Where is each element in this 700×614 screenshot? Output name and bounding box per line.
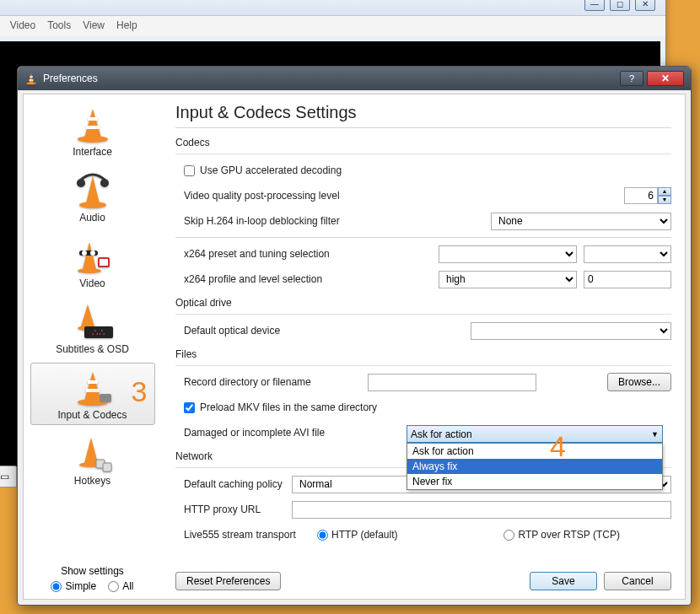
live555-http-radio[interactable]: HTTP (default) — [317, 529, 397, 541]
divider — [175, 127, 671, 128]
preload-mkv-checkbox[interactable]: Preload MKV files in the same directory — [175, 396, 671, 418]
skip-h264-label: Skip H.264 in-loop deblocking filter — [175, 215, 412, 227]
background-menubar: o Video Tools View Help — [0, 16, 665, 36]
sidebar-item-input-codecs[interactable]: Input & Codecs 3 — [30, 363, 155, 425]
preload-mkv-label: Preload MKV files in the same directory — [200, 401, 377, 413]
sidebar-item-label: Video — [79, 277, 105, 289]
svg-point-11 — [82, 250, 87, 256]
svg-point-6 — [77, 179, 85, 187]
maximize-icon[interactable]: ◻ — [610, 0, 630, 11]
dropdown-option[interactable]: Always fix — [407, 459, 662, 474]
group-title: Files — [175, 348, 671, 360]
hotkeys-icon — [69, 434, 116, 473]
x264-profile-label: x264 profile and level selection — [175, 273, 412, 285]
svg-rect-0 — [30, 76, 33, 77]
footer: Reset Preferences Save Cancel — [175, 572, 671, 590]
menu-item[interactable]: Video — [10, 19, 35, 33]
x264-profile-combo[interactable]: high — [439, 271, 577, 288]
spinner-down-icon[interactable]: ▼ — [658, 196, 671, 204]
document-icon: ▭ — [0, 471, 9, 482]
combo-selected-value: Ask for action — [411, 428, 472, 440]
svg-rect-4 — [86, 126, 100, 129]
http-proxy-label: HTTP proxy URL — [175, 504, 285, 515]
close-icon[interactable]: ✕ — [635, 0, 655, 11]
svg-rect-19 — [86, 389, 100, 392]
svg-point-12 — [90, 250, 95, 256]
x264-level-input[interactable] — [584, 271, 671, 288]
sidebar-item-label: Audio — [79, 212, 105, 224]
preferences-titlebar[interactable]: Preferences ? ✕ — [18, 67, 691, 90]
svg-rect-24 — [103, 463, 111, 471]
show-settings-title: Show settings — [34, 565, 152, 577]
background-titlebar: — ◻ ✕ — [0, 0, 665, 16]
video-quality-label: Video quality post-processing level — [175, 190, 454, 202]
x264-preset-label: x264 preset and tuning selection — [175, 248, 412, 260]
checkbox-icon[interactable] — [184, 165, 195, 176]
x264-preset-combo-a[interactable] — [439, 245, 577, 263]
sidebar-item-interface[interactable]: Interface — [30, 100, 155, 162]
damaged-avi-combo[interactable]: Ask for action ▼ — [407, 425, 663, 443]
live555-rtp-radio[interactable]: RTP over RTSP (TCP) — [503, 529, 619, 541]
svg-rect-1 — [29, 79, 33, 80]
interface-icon — [69, 105, 116, 144]
sidebar-item-hotkeys[interactable]: Hotkeys — [30, 428, 155, 491]
spinner-up-icon[interactable]: ▲ — [658, 187, 671, 196]
caching-policy-label: Default caching policy — [175, 478, 285, 490]
video-quality-value[interactable] — [624, 187, 658, 204]
x264-preset-combo-b[interactable] — [584, 245, 671, 263]
video-icon — [69, 237, 116, 276]
preferences-title: Preferences — [43, 73, 620, 84]
menu-item[interactable]: View — [83, 19, 105, 33]
menu-item[interactable]: Tools — [47, 19, 71, 33]
sidebar-item-video[interactable]: Video — [30, 231, 155, 294]
vlc-cone-icon — [24, 72, 38, 85]
help-button[interactable]: ? — [620, 71, 643, 86]
group-title: Codecs — [175, 137, 671, 148]
svg-rect-18 — [88, 380, 98, 384]
svg-point-2 — [26, 83, 36, 85]
checkbox-icon[interactable] — [184, 402, 195, 413]
skip-h264-combo[interactable]: None — [491, 213, 671, 230]
chevron-down-icon: ▼ — [651, 430, 659, 439]
svg-rect-3 — [88, 117, 98, 121]
minimize-icon[interactable]: — — [584, 0, 605, 11]
close-button[interactable]: ✕ — [647, 71, 684, 86]
input-codecs-icon — [69, 369, 116, 407]
save-button[interactable]: Save — [530, 572, 597, 590]
show-settings-simple[interactable]: Simple — [51, 580, 96, 592]
audio-icon — [69, 171, 116, 210]
codecs-group: Codecs Use GPU accelerated decoding Vide… — [175, 137, 671, 290]
annotation-4: 4 — [550, 430, 566, 463]
http-proxy-input[interactable] — [292, 501, 671, 519]
dropdown-option[interactable]: Ask for action — [407, 444, 662, 459]
gpu-decoding-label: Use GPU accelerated decoding — [200, 164, 342, 176]
reset-preferences-button[interactable]: Reset Preferences — [175, 572, 281, 590]
live555-label: Live555 stream transport — [175, 529, 310, 541]
show-settings: Show settings Simple All — [34, 565, 152, 592]
preferences-window: Preferences ? ✕ Interface Audio Video ∴∴ — [17, 66, 692, 606]
damaged-avi-label: Damaged or incomplete AVI file — [175, 427, 386, 439]
record-dir-label: Record directory or filename — [175, 376, 361, 388]
sidebar-item-audio[interactable]: Audio — [30, 165, 155, 228]
gpu-decoding-checkbox[interactable]: Use GPU accelerated decoding — [175, 159, 671, 181]
subtitles-icon: ∴∴ — [69, 303, 116, 342]
optical-group: Optical drive Default optical device — [175, 297, 671, 342]
video-quality-spinner[interactable]: ▲▼ — [624, 187, 671, 204]
sidebar-item-subtitles[interactable]: ∴∴ Subtitles & OSD — [30, 297, 155, 359]
show-settings-all[interactable]: All — [108, 580, 133, 592]
svg-point-7 — [100, 179, 109, 187]
dropdown-option[interactable]: Never fix — [407, 474, 662, 489]
optical-device-combo[interactable] — [471, 322, 671, 340]
record-dir-input[interactable] — [368, 374, 536, 391]
menu-item[interactable]: Help — [116, 19, 137, 33]
category-sidebar: Interface Audio Video ∴∴ Subtitles & OSD… — [24, 94, 162, 599]
svg-rect-14 — [100, 259, 108, 266]
group-title: Optical drive — [175, 297, 671, 309]
sidebar-item-label: Interface — [73, 146, 112, 158]
svg-point-9 — [78, 268, 101, 273]
damaged-avi-dropdown[interactable]: Ask for action Always fix Never fix — [407, 443, 663, 490]
cancel-button[interactable]: Cancel — [604, 572, 671, 590]
small-toolbar: ▭ — [0, 466, 17, 487]
browse-button[interactable]: Browse... — [607, 373, 671, 391]
sidebar-item-label: Hotkeys — [74, 475, 110, 487]
